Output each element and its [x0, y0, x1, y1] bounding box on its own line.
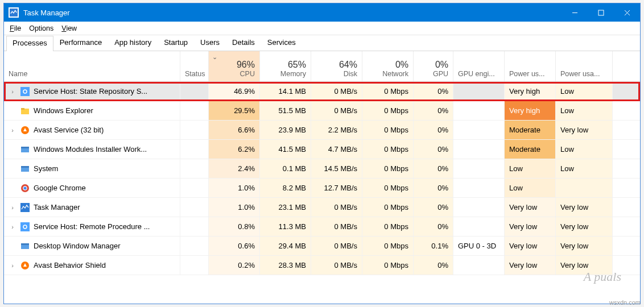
- menu-view[interactable]: View: [61, 24, 77, 32]
- expand-icon[interactable]: ›: [9, 204, 16, 211]
- tab-app-history[interactable]: App history: [108, 35, 158, 51]
- cell-gpu-engine: [453, 256, 505, 275]
- table-row[interactable]: ›Task Manager1.0%23.1 MB0 MB/s0 Mbps0%Ve…: [4, 198, 640, 217]
- svg-rect-18: [20, 222, 30, 231]
- minimize-button[interactable]: [562, 3, 588, 22]
- cell-gpu: 0%: [414, 179, 453, 197]
- svg-rect-8: [21, 108, 24, 110]
- cell-gpu: 0%: [414, 82, 453, 101]
- cell-gpu: 0%: [414, 159, 453, 178]
- table-row[interactable]: Windows Explorer29.5%51.5 MB0 MB/s0 Mbps…: [4, 101, 640, 121]
- header-status[interactable]: Status: [180, 51, 209, 81]
- table-row[interactable]: ›Service Host: State Repository S...46.9…: [4, 82, 640, 101]
- table-row[interactable]: ›Avast Service (32 bit)6.6%23.9 MB2.2 MB…: [4, 121, 640, 140]
- footer-url: wsxdn.com: [609, 299, 641, 306]
- header-power-usage[interactable]: Power us...: [505, 51, 556, 81]
- table-row[interactable]: Google Chrome1.0%8.2 MB12.7 MB/s0 Mbps0%…: [4, 179, 640, 198]
- expand-icon[interactable]: ›: [9, 262, 16, 269]
- cell-gpu: 0.1%: [414, 237, 453, 255]
- cell-network: 0 Mbps: [362, 256, 414, 275]
- table-row[interactable]: Desktop Window Manager0.6%29.4 MB0 MB/s0…: [4, 237, 640, 256]
- process-icon: [20, 164, 30, 174]
- cell-status: [180, 256, 209, 275]
- header-gpu-engine[interactable]: GPU engi...: [453, 51, 505, 81]
- cell-name: System: [4, 159, 180, 178]
- cell-gpu: 0%: [414, 101, 453, 120]
- cell-status: [180, 159, 209, 178]
- column-headers: Name Status ⌄ 96% CPU 65%Memory 64%Disk …: [4, 51, 640, 82]
- cell-power-usage: Very high: [505, 101, 556, 120]
- svg-rect-2: [598, 10, 604, 15]
- cell-network: 0 Mbps: [362, 121, 414, 139]
- cell-gpu-engine: GPU 0 - 3D: [453, 237, 505, 255]
- cell-disk: 0 MB/s: [311, 198, 362, 217]
- header-gpu[interactable]: 0%GPU: [414, 51, 453, 81]
- cell-status: [180, 121, 209, 139]
- svg-rect-5: [20, 87, 30, 96]
- header-cpu[interactable]: ⌄ 96% CPU: [209, 51, 260, 81]
- cell-cpu: 1.0%: [209, 179, 260, 197]
- process-rows[interactable]: ›Service Host: State Repository S...46.9…: [4, 82, 640, 304]
- process-name: Windows Explorer: [34, 106, 93, 115]
- tab-services[interactable]: Services: [261, 35, 302, 51]
- tab-details[interactable]: Details: [226, 35, 261, 51]
- tab-users[interactable]: Users: [194, 35, 226, 51]
- cell-memory: 0.1 MB: [260, 159, 311, 178]
- process-icon: [20, 222, 30, 232]
- cell-name: ›Service Host: State Repository S...: [4, 82, 180, 101]
- cell-cpu: 46.9%: [209, 82, 260, 101]
- cell-memory: 29.4 MB: [260, 237, 311, 255]
- tab-performance[interactable]: Performance: [53, 35, 108, 51]
- maximize-button[interactable]: [588, 3, 614, 22]
- header-network[interactable]: 0%Network: [362, 51, 414, 81]
- cell-gpu-engine: [453, 101, 505, 120]
- cell-memory: 8.2 MB: [260, 179, 311, 197]
- cell-network: 0 Mbps: [362, 179, 414, 197]
- cell-cpu: 2.4%: [209, 159, 260, 178]
- header-name[interactable]: Name: [4, 51, 180, 81]
- cell-disk: 2.2 MB/s: [311, 121, 362, 139]
- cell-gpu: 0%: [414, 256, 453, 275]
- header-power-usage-trend[interactable]: Power usa...: [556, 51, 613, 81]
- process-icon: [20, 260, 30, 271]
- cell-name: Google Chrome: [4, 179, 180, 197]
- table-row[interactable]: ›Service Host: Remote Procedure ...0.8%1…: [4, 217, 640, 237]
- close-button[interactable]: [614, 3, 640, 22]
- cell-network: 0 Mbps: [362, 237, 414, 255]
- menu-options[interactable]: Options: [29, 24, 53, 32]
- expand-icon[interactable]: ›: [9, 88, 16, 95]
- task-manager-window: Task Manager File Options View Processes…: [3, 3, 641, 304]
- tab-startup[interactable]: Startup: [158, 35, 194, 51]
- cell-power-trend: Low: [556, 101, 613, 120]
- expand-icon[interactable]: ›: [9, 127, 16, 134]
- menu-file[interactable]: File: [10, 24, 21, 32]
- cell-status: [180, 82, 209, 101]
- expand-icon[interactable]: ›: [9, 223, 16, 230]
- header-memory[interactable]: 65%Memory: [260, 51, 311, 81]
- tab-processes[interactable]: Processes: [6, 36, 53, 51]
- cell-gpu-engine: [453, 217, 505, 236]
- cell-gpu-engine: [453, 179, 505, 197]
- process-icon: [20, 125, 30, 135]
- process-icon: [20, 183, 30, 193]
- cell-network: 0 Mbps: [362, 82, 414, 101]
- cell-gpu: 0%: [414, 121, 453, 139]
- cell-cpu: 1.0%: [209, 198, 260, 217]
- menubar: File Options View: [4, 22, 640, 35]
- header-disk[interactable]: 64%Disk: [311, 51, 362, 81]
- table-row[interactable]: System2.4%0.1 MB14.5 MB/s0 Mbps0%LowLow: [4, 159, 640, 179]
- table-row[interactable]: ›Avast Behavior Shield0.2%28.3 MB0 MB/s0…: [4, 256, 640, 275]
- cell-memory: 28.3 MB: [260, 256, 311, 275]
- cell-memory: 11.3 MB: [260, 217, 311, 236]
- svg-rect-21: [21, 243, 29, 245]
- cell-gpu-engine: [453, 121, 505, 139]
- cell-power-usage: Very low: [505, 217, 556, 236]
- cell-power-trend: Very low: [556, 198, 613, 217]
- titlebar[interactable]: Task Manager: [4, 3, 640, 22]
- cell-memory: 41.5 MB: [260, 140, 311, 159]
- table-row[interactable]: Windows Modules Installer Work...6.2%41.…: [4, 140, 640, 159]
- cell-power-usage: Very low: [505, 237, 556, 255]
- cell-power-trend: Very low: [556, 121, 613, 139]
- cell-gpu-engine: [453, 82, 505, 101]
- cell-memory: 23.9 MB: [260, 121, 311, 139]
